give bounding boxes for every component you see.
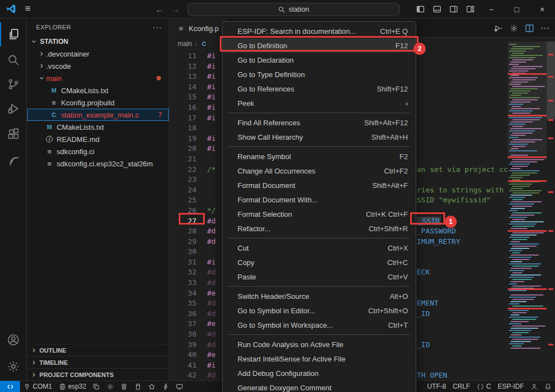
status-copy-icon[interactable] [89,381,103,392]
tree-file-station-example-main-c[interactable]: Cstation_example_main.c7 [27,109,169,121]
activity-explorer-icon[interactable] [0,22,27,47]
tree-folder-main[interactable]: main [27,72,169,84]
menu-item-switch-header-source[interactable]: Switch Header/SourceAlt+O [223,289,416,303]
status-c[interactable]: C [473,381,495,392]
menu-item-cut[interactable]: CutCtrl+X [223,241,416,255]
toggle-sidebar-icon[interactable] [412,0,428,18]
command-center-search[interactable]: station [188,3,400,16]
menu-item-copy[interactable]: CopyCtrl+C [223,255,416,269]
minimize-button[interactable]: − [478,0,504,18]
menu-item-find-all-references[interactable]: Find All ReferencesShift+Alt+F12 [223,115,416,130]
menu-item-restart-intellisense-for-active-file[interactable]: Restart IntelliSense for Active File [223,352,416,366]
menu-item-go-to-definition[interactable]: Go to DefinitionF12 [223,38,416,53]
menu-item-format-document[interactable]: Format DocumentShift+Alt+F [223,178,416,192]
menu-item-change-all-occurrences[interactable]: Change All OccurrencesCtrl+F2 [223,164,416,178]
status-trash-icon[interactable] [117,381,131,392]
minimap-line [509,203,534,205]
menu-item-go-to-symbol-in-workspace-[interactable]: Go to Symbol in Workspace...Ctrl+T [223,318,416,332]
menu-item-shortcut: Ctrl+C [387,258,408,267]
menu-item-go-to-declaration[interactable]: Go to Declaration [223,53,416,67]
status-person-icon[interactable] [527,381,541,392]
activity-espressif-icon[interactable] [0,147,27,172]
breadcrumb-folder[interactable]: main [178,40,192,48]
minimap-line [509,90,531,91]
menu-item-go-to-references[interactable]: Go to ReferencesShift+F12 [223,82,416,96]
menu-item-format-selection[interactable]: Format SelectionCtrl+K Ctrl+F [223,207,416,221]
cylinder-icon [134,383,142,390]
menu-item-go-to-symbol-in-editor-[interactable]: Go to Symbol in Editor...Ctrl+Shift+O [223,303,416,318]
code-fragment-left: #i [207,144,216,154]
menu-item-rename-symbol[interactable]: Rename SymbolF2 [223,149,416,164]
tree-file-readme-md[interactable]: iREADME.md [27,133,169,145]
menu-item-esp-idf-search-in-documentation-[interactable]: ESP-IDF: Search in documentation...Ctrl+… [223,24,416,38]
minimap-line [511,168,521,169]
tree-folder--devcontainer[interactable]: .devcontainer [27,48,169,60]
status-gear-icon[interactable] [103,381,117,392]
activity-source-control-icon[interactable] [0,72,27,96]
braces-icon [477,383,484,390]
activity-extensions-icon[interactable] [0,122,27,146]
sidebar-title: EXPLORER [36,24,71,30]
status-utf-8[interactable]: UTF-8 [424,381,450,392]
editor-more-actions-icon[interactable]: ··· [537,19,553,38]
section-project-components[interactable]: PROJECT COMPONENTS [27,368,169,380]
section-timeline[interactable]: TIMELINE [27,356,169,368]
menu-item-go-to-type-definition[interactable]: Go to Type Definition [223,67,416,82]
menu-item-run-code-analysis-on-active-file[interactable]: Run Code Analysis on Active File [223,337,416,352]
minimap-line [509,323,522,324]
menu-item-add-debug-configuration[interactable]: Add Debug Configuration [223,366,416,380]
status-bell-icon[interactable] [541,381,555,392]
breadcrumb-separator-icon: › [195,40,197,47]
customize-layout-icon[interactable] [462,0,478,18]
nav-back-icon[interactable]: ← [155,4,164,14]
activity-settings-icon[interactable] [0,354,27,379]
status-chip[interactable]: esp32 [56,381,90,392]
tree-folder--vscode[interactable]: .vscode [27,60,169,72]
tree-file-sdkconfig-ci[interactable]: ≡sdkconfig.ci [27,145,169,157]
status-monitor-icon[interactable] [173,381,186,392]
status-label: UTF-8 [427,383,446,390]
status-crlf[interactable]: CRLF [450,381,473,392]
menu-hamburger-icon[interactable]: ≡ [25,3,31,14]
menu-item-generate-doxygen-comment[interactable]: Generate Doxygen Comment [223,380,416,392]
minimap-line [511,75,519,76]
minimap-line [511,294,543,296]
split-editor-icon[interactable] [522,19,537,38]
status-star-icon[interactable] [145,381,159,392]
tab-kconfig[interactable]: ≡ Kconfig.p [170,19,226,38]
menu-item-show-call-hierarchy[interactable]: Show Call HierarchyShift+Alt+H [223,130,416,144]
toggle-panel-icon[interactable] [428,0,445,18]
code-fragment-left: #i [207,134,216,144]
run-file-button[interactable] [491,19,506,38]
toggle-secondary-sidebar-icon[interactable] [445,0,462,18]
editor-settings-gear-icon[interactable] [506,19,522,38]
sidebar-more-icon[interactable]: ··· [153,23,162,32]
code-fragment-right: ECK [417,267,430,278]
menu-item-refactor-[interactable]: Refactor...Ctrl+Shift+R [223,221,416,236]
menu-item-format-document-with-[interactable]: Format Document With... [223,192,416,207]
nav-forward-icon[interactable]: → [171,4,180,14]
tree-file-sdkconfig-ci-esp32c2-xtal26m[interactable]: ≡sdkconfig.ci.esp32c2_xtal26m [27,157,169,170]
activity-account-icon[interactable] [0,328,27,352]
close-button[interactable]: × [529,0,555,18]
status-esp-idf[interactable]: ESP-IDF [495,381,527,392]
tree-file-cmakelists-txt[interactable]: MCMakeLists.txt [27,84,169,96]
tree-file-cmakelists-txt[interactable]: MCMakeLists.txt [27,121,169,133]
tree-file-kconfig-projbuild[interactable]: ≡Kconfig.projbuild [27,96,169,109]
status-flash-icon[interactable] [159,381,173,392]
tree-item-label: main [46,74,62,83]
maximize-button[interactable]: □ [504,0,529,18]
menu-item-peek[interactable]: Peek› [223,96,416,110]
menu-item-paste[interactable]: PasteCtrl+V [223,269,416,284]
section-outline[interactable]: OUTLINE [27,344,169,356]
tree-root-station[interactable]: STATION [27,35,169,48]
status-remote-icon[interactable] [0,381,20,392]
code-fragment-right: _SSID [417,216,441,227]
minimap-line [509,144,528,145]
activity-search-icon[interactable] [0,48,27,72]
activity-run-debug-icon[interactable] [0,96,27,121]
status-cylinder-icon[interactable] [131,381,145,392]
minimap-line [509,64,519,65]
minimap[interactable] [508,42,547,374]
status-plug[interactable]: COM1 [20,381,56,392]
